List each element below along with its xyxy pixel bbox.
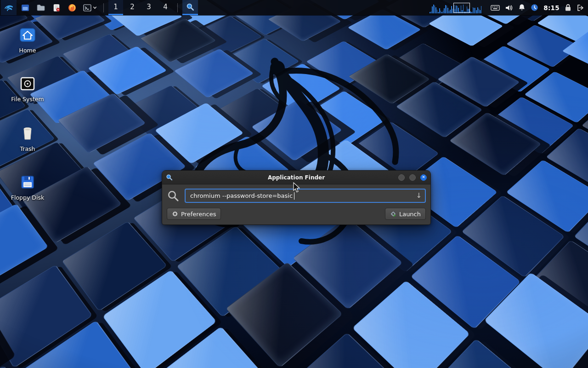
preferences-label: Preferences	[181, 211, 216, 218]
workspace-4[interactable]: 4	[158, 0, 173, 15]
kali-menu-button[interactable]	[1, 0, 17, 15]
window-title: Application Finder	[268, 174, 325, 181]
app-finder-task-icon	[186, 3, 194, 11]
terminal-icon	[83, 3, 92, 12]
panel-separator	[103, 3, 104, 12]
launch-button[interactable]: Launch	[385, 208, 426, 220]
workspace-number: 1	[113, 3, 118, 11]
lock-icon[interactable]	[565, 4, 571, 12]
desktop-icon-label: Trash	[20, 145, 35, 152]
folder-icon	[36, 3, 45, 12]
desktop-icon-label: Floppy Disk	[11, 194, 44, 201]
application-finder-window: Application Finder ✕ chromium --password…	[162, 170, 431, 225]
desktop-icon-home[interactable]: Home	[6, 26, 50, 54]
system-monitor-graph[interactable]	[430, 2, 486, 13]
desktop-screen: Home File System Trash Floppy Disk	[0, 0, 588, 368]
text-editor-icon	[52, 3, 61, 12]
chevron-down-icon	[93, 6, 97, 10]
window-icon	[21, 3, 30, 12]
kali-logo-icon	[3, 2, 14, 13]
close-button[interactable]: ✕	[420, 174, 427, 181]
text-caret	[294, 192, 294, 200]
desktop-icon-floppy-disk[interactable]: Floppy Disk	[6, 173, 50, 201]
floppy-disk-icon	[18, 173, 37, 191]
launch-icon	[390, 211, 396, 217]
firefox-launcher[interactable]	[65, 0, 79, 15]
keyboard-icon[interactable]	[491, 5, 500, 11]
maximize-button[interactable]	[409, 174, 416, 181]
gear-icon	[172, 211, 178, 217]
trash-icon	[18, 124, 37, 143]
taskbar-app-finder[interactable]	[182, 0, 198, 15]
command-input[interactable]: chromium --password-store=basic ↓	[185, 189, 426, 203]
desktop-icon-file-system[interactable]: File System	[6, 75, 50, 103]
close-icon: ✕	[422, 175, 425, 179]
file-system-icon	[18, 75, 37, 93]
firefox-icon	[68, 3, 77, 12]
desktop-icon-trash[interactable]: Trash	[6, 124, 50, 152]
logout-icon[interactable]	[577, 4, 584, 12]
launch-label: Launch	[399, 211, 421, 218]
file-manager-launcher[interactable]	[34, 0, 48, 15]
command-input-value: chromium --password-store=basic	[190, 192, 293, 199]
workspace-2[interactable]: 2	[125, 0, 140, 15]
update-icon[interactable]	[531, 4, 538, 12]
app-finder-window-icon	[166, 174, 173, 181]
clock[interactable]: 8:15	[543, 4, 560, 12]
panel-separator	[177, 3, 178, 12]
workspace-3[interactable]: 3	[141, 0, 156, 15]
workspace-number: 3	[147, 3, 151, 11]
workspace-1[interactable]: 1	[108, 0, 123, 15]
titlebar[interactable]: Application Finder ✕	[162, 171, 430, 184]
workspace-number: 2	[130, 3, 135, 11]
minimize-button[interactable]	[398, 174, 405, 181]
top-panel: 1 2 3 4	[0, 0, 588, 15]
window-manager-launcher[interactable]	[18, 0, 32, 15]
preferences-button[interactable]: Preferences	[167, 208, 221, 220]
text-editor-launcher[interactable]	[50, 0, 63, 15]
bell-icon[interactable]	[518, 4, 526, 12]
workspace-number: 4	[163, 3, 168, 11]
dropdown-arrow-icon[interactable]: ↓	[416, 192, 422, 199]
search-icon	[167, 190, 180, 202]
volume-icon[interactable]	[505, 4, 513, 12]
desktop-icon-label: File System	[11, 96, 44, 103]
home-folder-icon	[18, 26, 37, 44]
desktop-icon-label: Home	[19, 47, 36, 54]
terminal-launcher[interactable]	[81, 0, 99, 15]
